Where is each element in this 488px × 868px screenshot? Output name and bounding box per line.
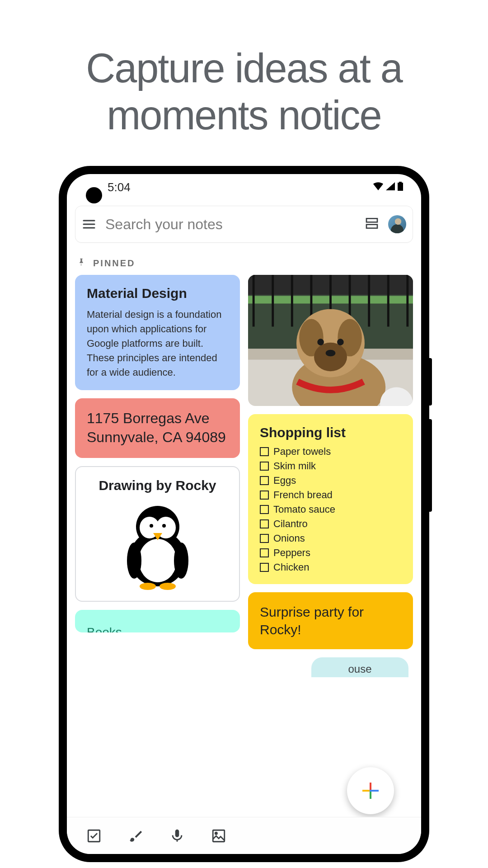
svg-rect-40 [370, 792, 371, 799]
pinned-label-text: PINNED [93, 258, 136, 269]
svg-rect-3 [366, 225, 377, 228]
svg-point-6 [139, 539, 177, 582]
note-card-shopping-list[interactable]: Shopping list Paper towels Skim milk Egg… [248, 414, 413, 584]
note-card-material-design[interactable]: Material Design Material design is a fou… [75, 275, 240, 390]
list-item[interactable]: Chicken [260, 561, 401, 573]
svg-point-9 [150, 524, 153, 528]
signal-icon [386, 182, 395, 192]
svg-point-36 [326, 350, 336, 357]
svg-rect-1 [399, 182, 402, 183]
pinned-section-label: PINNED [67, 248, 421, 275]
svg-point-14 [160, 583, 176, 590]
svg-point-11 [127, 542, 141, 579]
checkbox-tool-icon[interactable] [85, 827, 103, 845]
note-card-dog-image[interactable] [248, 275, 413, 406]
bottom-toolbar [67, 817, 421, 854]
image-tool-icon[interactable] [210, 827, 228, 845]
list-item[interactable]: Eggs [260, 475, 401, 486]
svg-point-35 [337, 339, 344, 345]
menu-icon[interactable] [82, 217, 96, 231]
wifi-icon [373, 182, 383, 192]
svg-rect-42 [370, 790, 371, 792]
note-address-text: 1175 Borregas Ave Sunnyvale, CA 94089 [87, 409, 228, 447]
plus-icon [361, 781, 380, 801]
note-card-drawing[interactable]: Drawing by Rocky [75, 466, 240, 602]
checkbox-icon[interactable] [260, 476, 269, 485]
svg-point-13 [140, 583, 156, 590]
svg-rect-39 [371, 790, 379, 792]
checkbox-icon[interactable] [260, 462, 269, 471]
note-text: Surprise party for Rocky! [260, 603, 401, 638]
search-bar[interactable]: Search your notes [75, 206, 413, 243]
search-placeholder: Search your notes [105, 216, 365, 233]
headline-line2: moments notice [107, 93, 381, 138]
checklist: Paper towels Skim milk Eggs French bread… [260, 446, 401, 573]
svg-rect-0 [398, 183, 403, 191]
marketing-headline: Capture ideas at a moments notice [0, 0, 488, 166]
svg-point-33 [314, 343, 347, 371]
phone-frame: 5:04 Search your notes [59, 166, 429, 862]
list-item[interactable]: Onions [260, 533, 401, 544]
pin-icon [77, 257, 86, 269]
checkbox-icon[interactable] [260, 519, 269, 528]
svg-point-45 [215, 832, 217, 834]
headline-line1: Capture ideas at a [86, 46, 402, 91]
note-title: Material Design [87, 286, 228, 301]
microphone-tool-icon[interactable] [168, 827, 186, 845]
svg-point-10 [162, 524, 166, 528]
svg-rect-41 [362, 790, 370, 792]
screen: 5:04 Search your notes [67, 174, 421, 854]
status-time: 5:04 [108, 180, 131, 194]
camera-cutout [86, 187, 102, 203]
note-card-books[interactable]: Books [75, 610, 240, 632]
checkbox-icon[interactable] [260, 447, 269, 456]
fragment-text: ouse [348, 663, 371, 675]
status-bar: 5:04 [67, 174, 421, 200]
list-item[interactable]: Skim milk [260, 460, 401, 472]
note-title-partial: Books [87, 621, 228, 632]
phone-side-button [429, 419, 432, 512]
list-item[interactable]: Cilantro [260, 518, 401, 530]
checkbox-icon[interactable] [260, 505, 269, 514]
battery-icon [398, 182, 403, 193]
note-body: Material design is a foundation upon whi… [87, 307, 228, 379]
note-title: Shopping list [260, 425, 401, 440]
note-title: Drawing by Rocky [88, 478, 227, 493]
new-note-fab[interactable] [347, 767, 394, 814]
note-card-fragment[interactable]: ouse [311, 657, 408, 677]
svg-point-34 [317, 339, 324, 345]
layout-toggle-icon[interactable] [365, 216, 379, 232]
svg-rect-38 [370, 783, 371, 790]
checkbox-icon[interactable] [260, 563, 269, 572]
penguin-drawing [88, 500, 227, 590]
phone-side-button [429, 358, 432, 406]
svg-point-12 [174, 542, 188, 579]
checkbox-icon[interactable] [260, 548, 269, 557]
list-item[interactable]: Peppers [260, 547, 401, 559]
list-item[interactable]: Tomato sauce [260, 504, 401, 515]
svg-rect-44 [213, 830, 225, 842]
note-card-surprise-party[interactable]: Surprise party for Rocky! [248, 592, 413, 649]
avatar[interactable] [388, 215, 406, 233]
list-item[interactable]: Paper towels [260, 446, 401, 458]
svg-rect-2 [366, 218, 377, 222]
brush-tool-icon[interactable] [127, 827, 145, 845]
checkbox-icon[interactable] [260, 534, 269, 543]
checkbox-icon[interactable] [260, 491, 269, 500]
note-card-address[interactable]: 1175 Borregas Ave Sunnyvale, CA 94089 [75, 398, 240, 458]
list-item[interactable]: French bread [260, 489, 401, 501]
